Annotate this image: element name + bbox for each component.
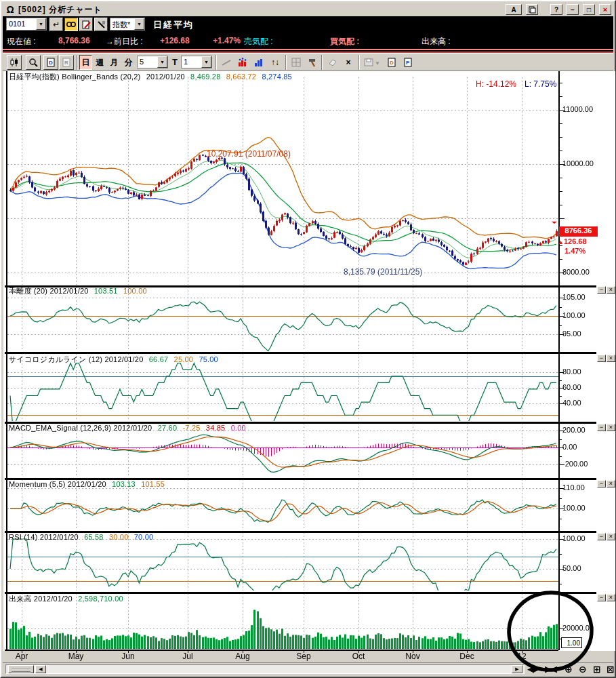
x-axis-label: 12 [508,652,535,661]
psych-header: サイコロジカルライン (12) 2012/01/20 66.67 25.00 7… [9,355,218,365]
panel-close-button[interactable]: × [607,594,615,601]
rsi-title: RSI (14) 2012/01/20 [9,533,79,541]
volume-value: 2,598,710.00 [78,595,123,603]
y-axis-label: 11000.00 [562,105,593,113]
main-chart-date: 2012/01/20 [146,73,185,81]
current-price-box: 8766.36 [559,226,598,237]
low-pct-label: L: 7.75% [525,79,556,89]
deviation-title: 乖離度 (20) 2012/01/20 [9,287,89,295]
chart-canvas[interactable] [1,1,616,678]
volume-title: 出来高 2012/01/20 [9,595,73,603]
main-chart-header: 日経平均(指数) Bollinger_Bands (20,2) 2012/01/… [9,72,292,82]
x-axis-label: Nov [399,652,426,661]
rsi-high-ref: 70.00 [134,533,154,541]
scroll-left-button[interactable]: ◀ [35,665,46,673]
psych-low-ref: 25.00 [174,355,194,363]
panel-close-button[interactable]: × [607,355,615,362]
panel-close-button[interactable]: × [607,533,615,540]
panel-minimize-button[interactable]: − [597,286,606,294]
x-axis-label: Sep [290,652,317,661]
y-axis-label: 8000.00 [562,268,590,276]
bollinger-upper-value: 8,663.72 [226,73,256,81]
y-axis-label: 20000.00 [562,624,594,632]
x-axis-label: Oct [345,652,372,661]
rsi-header: RSI (14) 2012/01/20 65.58 30.00 70.00 [9,533,153,541]
y-axis-label: 60.00 [562,383,581,391]
scrollbar-grip[interactable] [8,665,34,673]
panel-minimize-button[interactable]: − [597,594,606,601]
macd-value: 27.60 [158,424,178,432]
bollinger-lower-value: 8,274.85 [262,73,291,81]
rsi-value: 65.58 [84,533,104,541]
horizontal-scrollbar[interactable]: ◀ ▶ ◀▶ ▶◀ ⊕ ⊖ ⊞ ⊠ [3,662,613,675]
deviation-value: 103.51 [94,287,118,295]
y-axis-label: -200.00 [562,460,588,468]
panel-minimize-button[interactable]: − [597,424,606,431]
x-axis-label: Aug [229,652,256,661]
y-axis-label: 105.00 [562,293,586,301]
nav-end-button[interactable]: ▶◀ [545,664,556,674]
momentum-title: Momentum (5,5) 2012/01/20 [9,480,106,488]
y-axis-label: 95.00 [562,330,581,338]
grid-window-button[interactable]: ⊞ [593,664,601,675]
close-window-button[interactable]: ⊠ [607,664,615,675]
x-axis-label: Apr [8,652,35,661]
zoom-out-button[interactable]: ⊖ [579,664,587,675]
x-axis-label: May [62,652,89,661]
panel-minimize-button[interactable]: − [597,480,606,487]
macd-signal-value: 0.00 [231,424,246,432]
y-axis-label: 10000.00 [562,159,594,167]
momentum-smooth-value: 101.55 [141,480,165,488]
low-annotation: 8,135.79 (2011/11/25) [344,267,422,277]
deviation-ref: 100.00 [123,287,147,295]
panel-close-button[interactable]: × [607,424,615,431]
momentum-value: 103.13 [112,480,136,488]
psych-title: サイコロジカルライン (12) 2012/01/20 [9,355,144,363]
nav-prev-button[interactable]: ◀▶ [527,664,538,674]
app-window: Ω [5002] 分析チャート A ? − □ × 0101 ▼ ↵ 指数* ▼ [0,0,616,678]
y-axis-label: 100.00 [562,534,586,542]
y-axis-label: 200.00 [562,426,586,434]
panel-close-button[interactable]: × [607,286,615,294]
momentum-header: Momentum (5,5) 2012/01/20 103.13 101.55 [9,480,165,488]
macd-ema-value: 34.85 [206,424,226,432]
x-axis-label: Dec [453,652,480,661]
scrollbar-track[interactable] [5,664,525,674]
psych-value: 66.67 [149,355,169,363]
panel-minimize-button[interactable]: − [597,355,606,362]
panel-minimize-button[interactable]: − [597,533,606,540]
y-axis-label: 80.00 [562,367,581,376]
high-pct-label: H: -14.12% [476,79,516,89]
high-annotation: 10,207.91 (2011/07/08) [207,149,291,159]
panel-close-button[interactable]: × [607,480,615,487]
rsi-low-ref: 30.00 [109,533,129,541]
bollinger-mid-value: 8,469.28 [190,73,220,81]
up-triangle-icon: ▲ [558,239,564,245]
x-axis-label: Jun [115,652,142,661]
zoom-in-button[interactable]: ⊕ [564,664,573,675]
deviation-header: 乖離度 (20) 2012/01/20 103.51 100.00 [9,286,147,296]
scroll-right-button[interactable]: ▶ [512,665,522,673]
macd-osc-value: -7.25 [183,424,201,432]
volume-header: 出来高 2012/01/20 2,598,710.00 [9,594,123,604]
y-axis-label: 100.00 [562,504,586,512]
main-chart-title: 日経平均(指数) Bollinger_Bands (20,2) [9,73,140,81]
macd-title: MACD_EMA_Signal (12,26,9) 2012/01/20 [9,424,152,432]
y-axis-label: 0.00 [562,443,577,451]
price-pct-label: 1.47% [564,247,586,255]
y-axis-label: 50.00 [562,564,581,572]
psych-high-ref: 75.00 [199,355,218,363]
y-axis-label: 110.00 [562,483,585,492]
price-change-label: ▲126.68 [558,237,587,245]
macd-header: MACD_EMA_Signal (12,26,9) 2012/01/20 27.… [9,424,246,432]
y-axis-label: 100.00 [562,311,586,319]
volume-axis-box: 1.00 [561,637,582,648]
x-axis-label: Jul [174,652,201,661]
y-axis-label: 40.00 [562,399,581,407]
